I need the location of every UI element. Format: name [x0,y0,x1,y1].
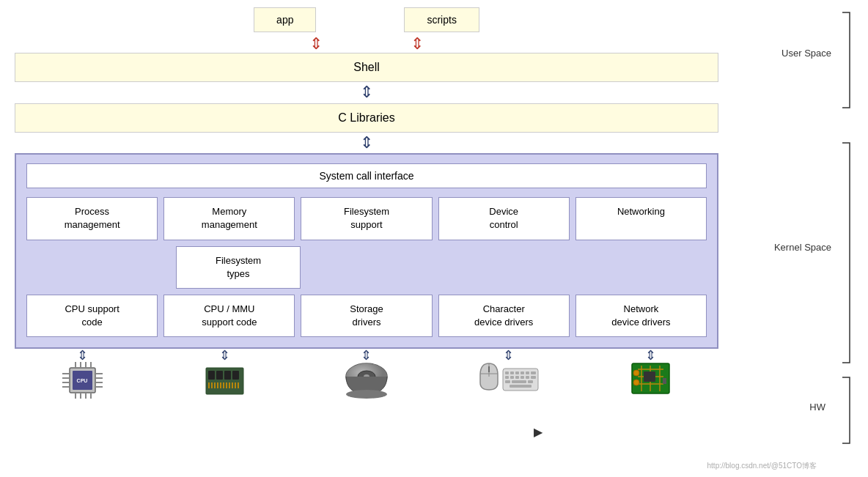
svg-rect-23 [232,371,239,380]
network-device-drivers-box: Networkdevice drivers [575,295,707,337]
hw-ram-arrow: ⇕ [219,349,230,362]
scripts-arrow: ⇕ [411,34,424,53]
svg-rect-20 [208,371,215,380]
scripts-box: scripts [404,7,479,32]
svg-rect-58 [528,380,533,383]
svg-rect-27 [217,382,218,388]
memory-management-box: Memorymanagement [163,197,295,240]
driver-row: CPU supportcode CPU / MMUsupport code St… [26,295,707,337]
svg-rect-31 [229,382,230,388]
hw-peripherals-arrow: ⇕ [503,349,514,362]
svg-rect-24 [208,382,210,388]
svg-rect-59 [510,385,532,388]
svg-rect-53 [521,376,524,379]
circuit-board-icon [630,362,671,395]
hw-cpu-item: ⇕ CPU [15,349,151,400]
hw-disk-item: ⇕ [298,349,435,400]
svg-rect-46 [515,371,519,374]
char-device-drivers-box: Characterdevice drivers [438,295,570,337]
kernel-space-bracket [835,139,857,369]
svg-rect-67 [644,371,655,382]
svg-rect-47 [521,371,524,374]
keyboard-icon [502,368,539,391]
svg-rect-45 [510,371,514,374]
app-box: app [254,7,316,32]
svg-rect-29 [223,382,224,388]
shell-layer: Shell [15,53,718,82]
hw-peripherals-item: ⇕ [441,349,577,400]
hw-circuit-arrow: ⇕ [645,349,656,362]
device-control-box: Devicecontrol [438,197,570,240]
filesystem-support-box: Filesystemsupport [301,197,432,240]
process-management-box: Processmanagement [26,197,158,240]
svg-rect-25 [211,382,213,388]
svg-rect-70 [663,378,666,384]
hw-section: ⇕ CPU [15,349,718,400]
clib-to-kernel-arrow: ⇕ [15,133,718,154]
svg-rect-34 [238,382,239,388]
svg-rect-51 [510,376,514,379]
disk-icon [345,362,389,400]
svg-rect-28 [220,382,221,388]
shell-to-clib-arrow: ⇕ [15,82,718,103]
svg-rect-56 [505,380,510,383]
svg-rect-52 [515,376,519,379]
svg-rect-30 [226,382,227,388]
clib-layer: C Libraries [15,103,718,133]
svg-point-39 [346,390,387,399]
syscall-bar: System call interface [26,163,707,188]
svg-rect-57 [512,380,526,383]
svg-rect-44 [505,371,509,374]
hw-bracket [835,374,857,450]
svg-point-69 [633,380,639,385]
svg-rect-55 [531,376,536,379]
svg-rect-21 [216,371,223,380]
kernel-space-label: Kernel Space [774,242,831,253]
cpu-mmu-box: CPU / MMUsupport code [163,295,295,337]
app-arrow: ⇕ [309,34,323,53]
fs-types-row: Filesystemtypes [26,246,707,289]
svg-rect-54 [526,376,529,379]
filesystem-types-box: Filesystemtypes [176,246,301,289]
svg-rect-49 [531,371,536,374]
svg-rect-48 [526,371,529,374]
cpu-support-box: CPU supportcode [26,295,158,337]
hw-label: HW [809,402,825,413]
management-row: Processmanagement Memorymanagement Files… [26,197,707,240]
svg-rect-33 [235,382,236,388]
hw-cpu-arrow: ⇕ [77,349,88,362]
storage-drivers-box: Storagedrivers [301,295,432,337]
svg-point-68 [633,370,639,376]
hw-ram-item: ⇕ [157,349,293,400]
networking-box: Networking [575,197,707,240]
ram-icon [205,362,245,400]
watermark: http://blog.csdn.net/@51CTO博客 [707,461,817,471]
cpu-chip-icon: CPU [62,362,103,399]
hw-circuit-item: ⇕ [582,349,718,400]
svg-text:CPU: CPU [77,378,88,383]
svg-rect-22 [224,371,231,380]
user-space-bracket [835,9,857,114]
cursor: ▶ [534,425,542,439]
mouse-icon [479,362,499,391]
kernel-box: System call interface Processmanagement … [15,153,718,349]
svg-rect-26 [214,382,216,388]
hw-disk-arrow: ⇕ [361,349,372,362]
svg-rect-50 [505,376,509,379]
user-space-label: User Space [781,48,831,59]
svg-rect-32 [232,382,233,388]
